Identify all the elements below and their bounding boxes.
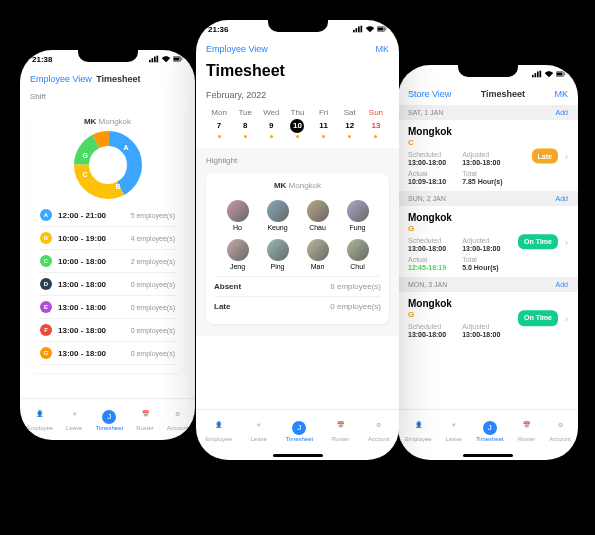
person-item[interactable]: Man xyxy=(305,239,331,270)
week-row: Mon7Tue8Wed9Thu10Fri11Sat12Sun13 xyxy=(206,104,389,142)
tab-timesheet[interactable]: JTimesheet xyxy=(285,421,313,442)
tab-roster[interactable]: 📅Roster xyxy=(518,421,536,442)
add-button[interactable]: Add xyxy=(556,281,568,288)
day-cell[interactable]: Fri11 xyxy=(311,108,337,138)
tab-timesheet[interactable]: JTimesheet xyxy=(476,421,504,442)
store-badge[interactable]: MK xyxy=(376,44,390,54)
header: Store View Timesheet MK xyxy=(398,83,578,105)
svg-rect-6 xyxy=(182,58,183,59)
tab-bar: 👤Employee☀LeaveJTimesheet📅Roster⚙Account xyxy=(20,398,195,440)
day-cell[interactable]: Thu10 xyxy=(284,108,310,138)
tab-leave[interactable]: ☀Leave xyxy=(446,421,462,442)
status-badge: Late xyxy=(532,148,558,163)
person-item[interactable]: Fung xyxy=(345,200,371,231)
svg-rect-18 xyxy=(532,75,534,78)
day-cell[interactable]: Wed9 xyxy=(258,108,284,138)
person-item[interactable]: Keung xyxy=(265,200,291,231)
shift-dot: D xyxy=(40,278,52,290)
home-indicator xyxy=(463,454,513,457)
person-item[interactable]: Ho xyxy=(225,200,251,231)
people-grid: HoKeungChauFungJengPingManChui xyxy=(214,194,381,276)
event-dot-icon xyxy=(348,135,351,138)
employee-view-link[interactable]: Employee View xyxy=(30,74,92,84)
shift-row[interactable]: D13:00 - 18:000 employee(s) xyxy=(38,273,177,296)
timesheet-record[interactable]: MongkokGScheduled13:00-18:00Adjusted13:0… xyxy=(408,206,568,277)
notch xyxy=(458,65,518,77)
tab-roster[interactable]: 📅Roster xyxy=(332,421,350,442)
person-item[interactable]: Chui xyxy=(345,239,371,270)
shift-emp: 2 employee(s) xyxy=(131,258,175,265)
day-cell[interactable]: Sun13 xyxy=(363,108,389,138)
employee-view-link[interactable]: Employee View xyxy=(206,44,268,54)
tab-bar: 👤Employee☀LeaveJTimesheet📅Roster⚙Account xyxy=(398,409,578,451)
tab-account[interactable]: ⚙Account xyxy=(368,421,390,442)
timesheet-record[interactable]: MongkokGScheduled13:00-18:00Adjusted13:0… xyxy=(408,292,568,344)
shift-emp: 0 employee(s) xyxy=(131,350,175,357)
tab-leave[interactable]: ☀Leave xyxy=(251,421,267,442)
shift-emp: 4 employee(s) xyxy=(131,235,175,242)
page-title: Timesheet xyxy=(206,60,389,86)
shift-row[interactable]: G13:00 - 18:000 employee(s) xyxy=(38,342,177,365)
roster-icon: 📅 xyxy=(138,410,152,424)
roster-icon: 📅 xyxy=(520,421,534,435)
shift-time: 13:00 - 18:00 xyxy=(58,303,131,312)
day-cell[interactable]: Sat12 xyxy=(337,108,363,138)
leave-icon: ☀ xyxy=(252,421,266,435)
highlight-label: Highlight xyxy=(206,154,389,167)
tab-leave[interactable]: ☀Leave xyxy=(66,410,82,431)
event-dot-icon xyxy=(218,135,221,138)
shift-row[interactable]: B10:00 - 19:004 employee(s) xyxy=(38,227,177,250)
person-item[interactable]: Jeng xyxy=(225,239,251,270)
shift-emp: 0 employee(s) xyxy=(131,281,175,288)
employee-icon: 👤 xyxy=(411,421,425,435)
tab-employee[interactable]: 👤Employee xyxy=(405,421,432,442)
person-name: Man xyxy=(305,263,331,270)
chevron-right-icon: › xyxy=(565,236,568,247)
store-view-link[interactable]: Store View xyxy=(408,89,451,99)
shift-row[interactable]: E13:00 - 18:000 employee(s) xyxy=(38,296,177,319)
shift-dot: E xyxy=(40,301,52,313)
avatar xyxy=(347,239,369,261)
person-item[interactable]: Ping xyxy=(265,239,291,270)
person-name: Ho xyxy=(225,224,251,231)
shift-code: G xyxy=(408,224,568,233)
store-badge[interactable]: MK xyxy=(555,89,569,99)
tab-roster[interactable]: 📅Roster xyxy=(136,410,154,431)
tab-account[interactable]: ⚙Account xyxy=(167,410,189,431)
shift-time: 13:00 - 18:00 xyxy=(58,280,131,289)
event-dot-icon xyxy=(270,135,273,138)
notch xyxy=(268,20,328,32)
summary-row[interactable]: Absent8 employee(s) xyxy=(214,276,381,296)
svg-rect-1 xyxy=(152,58,154,62)
svg-rect-5 xyxy=(174,58,180,61)
employee-icon: 👤 xyxy=(33,410,47,424)
day-cell[interactable]: Mon7 xyxy=(206,108,232,138)
tab-employee[interactable]: 👤Employee xyxy=(205,421,232,442)
location-name: Mongkok xyxy=(408,212,568,223)
shift-row[interactable]: F13:00 - 18:000 employee(s) xyxy=(38,319,177,342)
add-button[interactable]: Add xyxy=(556,195,568,202)
tab-timesheet[interactable]: JTimesheet xyxy=(95,410,123,431)
donut-chart: A B C G xyxy=(73,130,143,200)
timesheet-icon: J xyxy=(292,421,306,435)
svg-rect-20 xyxy=(537,72,539,78)
account-icon: ⚙ xyxy=(171,410,185,424)
timesheet-record[interactable]: MongkokCScheduled13:00-18:00Adjusted13:0… xyxy=(408,120,568,191)
chevron-right-icon: › xyxy=(565,150,568,161)
add-button[interactable]: Add xyxy=(556,109,568,116)
chevron-right-icon: › xyxy=(565,313,568,324)
shift-row[interactable]: C10:00 - 18:002 employee(s) xyxy=(38,250,177,273)
svg-rect-16 xyxy=(378,28,384,31)
day-cell[interactable]: Tue8 xyxy=(232,108,258,138)
chart-title: MK Mongkok xyxy=(38,117,177,126)
month-label[interactable]: February, 2022 xyxy=(206,86,389,104)
shift-time: 10:00 - 19:00 xyxy=(58,234,131,243)
summary-row[interactable]: Late0 employee(s) xyxy=(214,296,381,316)
roster-icon: 📅 xyxy=(334,421,348,435)
person-item[interactable]: Chau xyxy=(305,200,331,231)
shift-row[interactable]: A12:00 - 21:005 employee(s) xyxy=(38,204,177,227)
tab-employee[interactable]: 👤Employee xyxy=(26,410,53,431)
avatar xyxy=(227,200,249,222)
svg-rect-17 xyxy=(386,28,387,29)
tab-account[interactable]: ⚙Account xyxy=(549,421,571,442)
